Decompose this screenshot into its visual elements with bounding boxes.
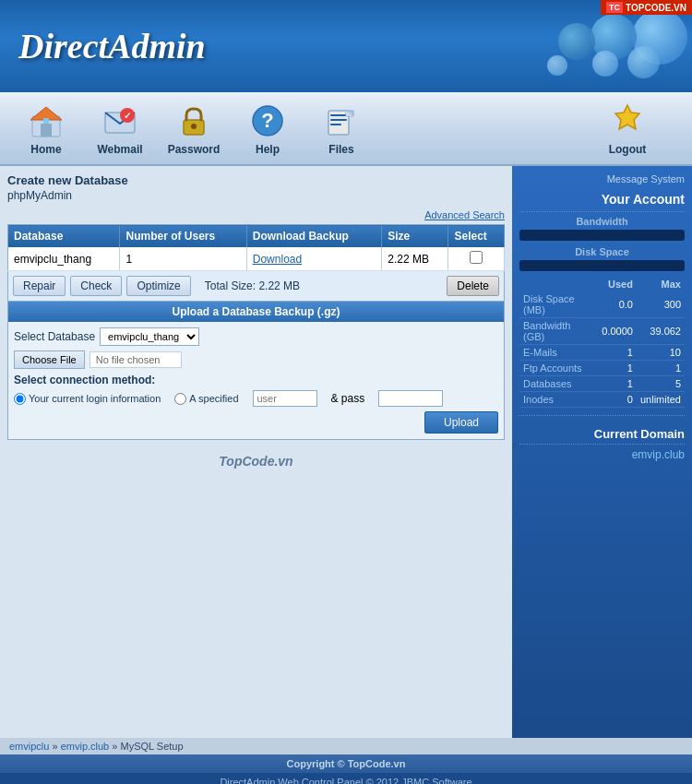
header: DirectAdmin TC TOPCODE.VN xyxy=(0,0,692,92)
disk-space-bar xyxy=(519,260,685,271)
stats-label: Databases xyxy=(519,376,598,392)
svg-rect-13 xyxy=(330,119,347,121)
stats-col-used: Used xyxy=(598,277,637,291)
upload-section: Upload a Database Backup (.gz) Select Da… xyxy=(7,302,505,440)
svg-rect-12 xyxy=(330,114,347,116)
repair-button[interactable]: Repair xyxy=(13,276,66,296)
page-subtitle: phpMyAdmin xyxy=(7,189,505,202)
stats-used: 1 xyxy=(598,376,637,392)
col-num-users: Number of Users xyxy=(120,225,246,248)
copyright-text: Copyright © TopCode.vn xyxy=(287,758,406,769)
check-button[interactable]: Check xyxy=(70,276,122,296)
total-size-label: Total Size: 2.22 MB xyxy=(205,279,300,292)
stats-col-max: Max xyxy=(637,277,685,291)
your-account-label: Your Account xyxy=(519,192,685,207)
breadcrumb-link-1[interactable]: emvipclu xyxy=(9,741,49,752)
stats-max: 1 xyxy=(637,361,685,376)
cell-size: 2.22 MB xyxy=(382,247,448,271)
select-checkbox[interactable] xyxy=(470,251,483,264)
files-icon xyxy=(322,101,361,140)
stats-table: Used Max Disk Space (MB)0.0300Bandwidth … xyxy=(519,277,685,408)
password-icon xyxy=(174,101,213,140)
nav-help[interactable]: ? Help xyxy=(240,101,295,156)
file-row: Choose File No file chosen xyxy=(14,350,498,369)
copyright: Copyright © TopCode.vn xyxy=(0,754,692,773)
nav-home-label: Home xyxy=(30,143,61,156)
nav-logout-label: Logout xyxy=(609,143,647,156)
stats-max: unlimited xyxy=(637,392,685,408)
stats-used: 0 xyxy=(598,392,637,408)
stats-row: E-Mails110 xyxy=(519,345,685,361)
radio-current-label[interactable]: Your current login information xyxy=(14,393,161,405)
select-db-dropdown[interactable]: emvipclu_thang xyxy=(100,327,199,346)
nav-password[interactable]: Password xyxy=(166,101,221,156)
help-icon: ? xyxy=(248,101,287,140)
stats-label: E-Mails xyxy=(519,345,598,361)
nav-files[interactable]: Files xyxy=(314,101,369,156)
stats-max: 10 xyxy=(637,345,685,361)
bandwidth-bar xyxy=(519,230,685,241)
nav-home[interactable]: Home xyxy=(18,101,74,156)
radio-specified[interactable] xyxy=(174,393,186,405)
pass-input[interactable] xyxy=(378,390,443,407)
conn-method-label: Select connection method: xyxy=(14,374,498,386)
left-panel: Create new Database phpMyAdmin Advanced … xyxy=(0,166,512,738)
cell-database: emvipclu_thang xyxy=(8,247,120,271)
webmail-icon: ✓ xyxy=(101,101,139,140)
select-db-row: Select Database emvipclu_thang xyxy=(14,327,498,346)
svg-rect-2 xyxy=(41,124,52,137)
stats-label: Ftp Accounts xyxy=(519,361,598,376)
cell-download: Download xyxy=(246,247,381,271)
stats-label: Bandwidth (GB) xyxy=(519,318,598,345)
logo: DirectAdmin xyxy=(18,26,206,66)
breadcrumb-link-2[interactable]: emvip.club xyxy=(61,741,110,752)
domain-name: emvip.club xyxy=(519,448,685,461)
logo-text: DirectAdmin xyxy=(18,27,206,65)
stats-row: Bandwidth (GB)0.000039.062 xyxy=(519,318,685,345)
user-input[interactable] xyxy=(253,390,317,407)
delete-button[interactable]: Delete xyxy=(447,276,499,296)
home-icon xyxy=(27,101,66,140)
upload-button[interactable]: Upload xyxy=(424,411,498,434)
breadcrumb-bar: emvipclu » emvip.club » MySQL Setup xyxy=(0,738,692,754)
navbar: Home ✓ Webmail Password ? xyxy=(0,92,692,166)
nav-webmail[interactable]: ✓ Webmail xyxy=(92,101,148,156)
stats-col-label xyxy=(519,277,598,291)
footer-text: DirectAdmin Web Control Panel © 2012 JBM… xyxy=(220,777,471,784)
download-link[interactable]: Download xyxy=(253,253,302,266)
radio-specified-label[interactable]: A specified xyxy=(174,393,238,405)
svg-rect-14 xyxy=(330,124,341,125)
file-name-display: No file chosen xyxy=(89,351,182,368)
svg-point-8 xyxy=(191,124,197,129)
logout-icon xyxy=(608,101,647,140)
database-table: Database Number of Users Download Backup… xyxy=(7,224,505,271)
stats-used: 1 xyxy=(598,361,637,376)
col-select: Select xyxy=(448,225,505,248)
stats-used: 1 xyxy=(598,345,637,361)
svg-rect-3 xyxy=(43,118,49,124)
advanced-search-link[interactable]: Advanced Search xyxy=(7,209,505,220)
nav-password-label: Password xyxy=(168,143,221,156)
stats-max: 5 xyxy=(637,376,685,392)
action-row: Repair Check Optimize Total Size: 2.22 M… xyxy=(7,271,505,302)
stats-label: Disk Space (MB) xyxy=(519,291,598,318)
col-database: Database xyxy=(8,225,120,248)
stats-max: 39.062 xyxy=(637,318,685,345)
choose-file-button[interactable]: Choose File xyxy=(14,350,85,369)
col-size: Size xyxy=(382,225,448,248)
radio-row: Your current login information A specifi… xyxy=(14,390,498,407)
tc-icon: TC xyxy=(606,2,623,13)
optimize-button[interactable]: Optimize xyxy=(126,276,190,296)
message-system-label: Message System xyxy=(519,173,685,184)
nav-logout[interactable]: Logout xyxy=(600,101,655,156)
stats-row: Ftp Accounts11 xyxy=(519,361,685,376)
stats-used: 0.0 xyxy=(598,291,637,318)
cell-select xyxy=(448,247,505,271)
watermark: TopCode.vn xyxy=(7,454,505,469)
upload-btn-wrap: Upload xyxy=(14,411,498,434)
col-download: Download Backup xyxy=(246,225,381,248)
radio-current[interactable] xyxy=(14,393,26,405)
header-decoration xyxy=(531,9,687,83)
pass-label: & pass xyxy=(331,392,365,405)
svg-text:?: ? xyxy=(261,109,273,132)
